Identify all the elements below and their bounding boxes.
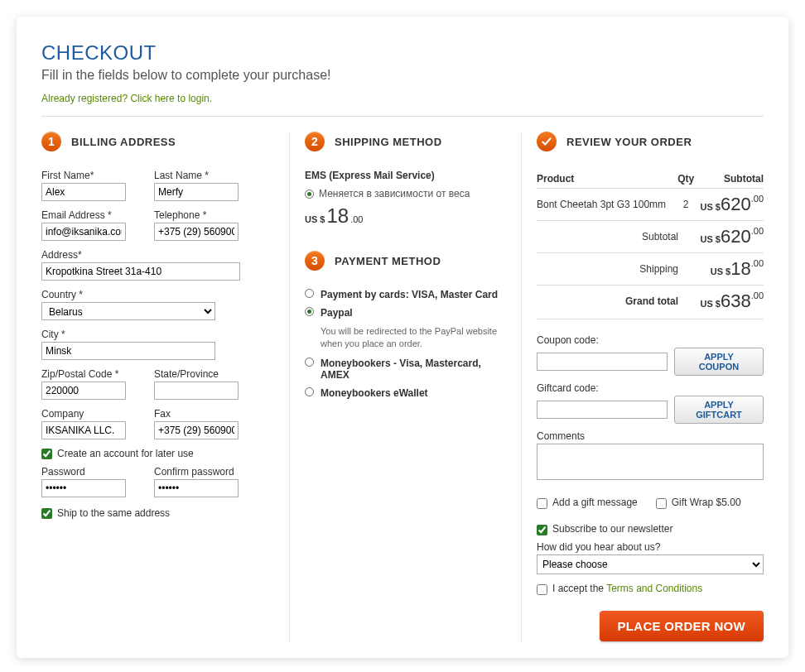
country-select[interactable]: Belarus — [41, 302, 215, 320]
ship-same-checkbox[interactable] — [41, 508, 52, 519]
first-name-label: First Name* — [41, 170, 126, 181]
city-input[interactable] — [41, 342, 215, 360]
create-account-checkbox[interactable] — [41, 449, 52, 459]
email-input[interactable] — [41, 223, 126, 241]
billing-title: BILLING ADDRESS — [71, 136, 176, 148]
apply-giftcard-button[interactable]: APPLY GIFTCART — [674, 396, 764, 424]
subtotal-main: 620 — [721, 226, 751, 247]
address-input[interactable] — [41, 262, 240, 281]
hear-label: How did you hear about us? — [537, 541, 764, 553]
review-title: REVIEW YOUR ORDER — [566, 136, 692, 148]
company-input[interactable] — [41, 421, 126, 439]
payment-label-mb1: Moneybookers - Visa, Mastercard, AMEX — [321, 358, 506, 381]
payment-title: PAYMENT METHOD — [335, 255, 441, 267]
gift-message-label: Add a gift message — [552, 497, 638, 508]
payment-label-mb2: Moneybookers eWallet — [321, 387, 428, 399]
apply-coupon-button[interactable]: APPLY COUPON — [674, 348, 764, 376]
grand-label: Grand total — [537, 286, 695, 318]
state-input[interactable] — [154, 382, 239, 400]
subtotal-cents: .00 — [751, 226, 764, 236]
address-label: Address* — [41, 249, 274, 261]
shipping-radio[interactable] — [305, 190, 314, 199]
confirm-password-input[interactable] — [154, 479, 239, 497]
terms-link[interactable]: Terms and Conditions — [606, 583, 702, 594]
payment-radio-mb2[interactable] — [305, 387, 314, 396]
shipping-method-name: EMS (Express Mail Service) — [305, 170, 506, 181]
city-label: City * — [41, 329, 274, 340]
subtotal-label: Subtotal — [537, 221, 695, 253]
step-1-badge: 1 — [41, 132, 61, 151]
terms-label: I accept the Terms and Conditions — [552, 583, 702, 594]
th-product: Product — [537, 170, 677, 189]
confirm-password-label: Confirm password — [154, 466, 239, 478]
terms-checkbox[interactable] — [537, 584, 547, 595]
password-input[interactable] — [41, 479, 126, 497]
step-2-badge: 2 — [305, 132, 325, 151]
table-row: Bont Cheetah 3pt G3 100mm 2 US $620.00 — [537, 189, 764, 221]
step-check-badge — [537, 132, 557, 151]
password-label: Password — [41, 466, 126, 478]
grand-main: 638 — [721, 290, 751, 311]
page-title: CHECKOUT — [41, 41, 764, 65]
payment-desc-paypal: You will be redirected to the PayPal web… — [321, 325, 506, 351]
payment-label-paypal: Paypal — [321, 307, 353, 319]
newsletter-label: Subscribe to our newsletter — [552, 523, 672, 535]
shipping-price-cents: .00 — [350, 214, 363, 224]
shipping-title: SHIPPING METHOD — [335, 136, 442, 148]
item-name: Bont Cheetah 3pt G3 100mm — [537, 189, 677, 221]
th-subtotal: Subtotal — [695, 170, 764, 189]
login-link[interactable]: Already registered? Click here to login. — [41, 93, 764, 104]
shipping-sum-label: Shipping — [537, 253, 695, 286]
first-name-input[interactable] — [41, 183, 126, 201]
place-order-button[interactable]: PLACE ORDER NOW — [600, 611, 764, 641]
zip-label: Zip/Postal Code * — [41, 368, 126, 380]
payment-label-cards: Payment by cards: VISA, Master Card — [321, 289, 498, 300]
create-account-label: Create an account for later use — [57, 448, 194, 459]
company-label: Company — [41, 408, 126, 420]
state-label: State/Province — [154, 368, 239, 380]
shipping-price-main: 18 — [326, 204, 349, 228]
shipping-price-prefix: US $ — [305, 214, 325, 224]
country-label: Country * — [41, 289, 274, 300]
fax-label: Fax — [154, 408, 239, 420]
shipping-method-desc: Меняется в зависимости от веса — [319, 188, 470, 199]
coupon-input[interactable] — [537, 353, 668, 371]
ship-sum-cents: .00 — [751, 258, 764, 268]
phone-input[interactable] — [154, 223, 239, 241]
ship-sum-prefix: US $ — [711, 266, 730, 276]
zip-input[interactable] — [41, 382, 126, 400]
comments-label: Comments — [537, 430, 764, 442]
gift-wrap-checkbox[interactable] — [656, 498, 667, 509]
subtotal-prefix: US $ — [701, 234, 721, 244]
phone-label: Telephone * — [154, 209, 239, 221]
comments-textarea[interactable] — [537, 444, 764, 480]
th-qty: Qty — [677, 170, 695, 189]
grand-prefix: US $ — [701, 299, 721, 309]
giftcard-input[interactable] — [537, 401, 668, 419]
grand-cents: .00 — [751, 290, 764, 300]
item-sub-cents: .00 — [751, 194, 764, 204]
last-name-input[interactable] — [154, 183, 239, 201]
fax-input[interactable] — [154, 421, 239, 439]
giftcard-label: Giftcard code: — [537, 382, 764, 394]
step-3-badge: 3 — [305, 251, 325, 271]
hear-select[interactable]: Please choose — [537, 554, 764, 574]
divider — [537, 319, 764, 319]
item-qty: 2 — [677, 189, 695, 221]
coupon-label: Coupon code: — [537, 334, 764, 346]
email-label: Email Address * — [41, 209, 126, 221]
newsletter-checkbox[interactable] — [537, 525, 547, 535]
payment-radio-cards[interactable] — [305, 289, 314, 298]
item-sub-prefix: US $ — [701, 202, 721, 212]
check-icon — [541, 136, 552, 147]
order-table: Product Qty Subtotal Bont Cheetah 3pt G3… — [537, 170, 764, 317]
item-sub-main: 620 — [721, 194, 751, 214]
gift-wrap-label: Gift Wrap $5.00 — [672, 497, 741, 508]
divider — [41, 116, 764, 117]
gift-message-checkbox[interactable] — [537, 498, 547, 509]
ship-sum-main: 18 — [730, 258, 750, 279]
payment-radio-mb1[interactable] — [305, 358, 314, 367]
payment-radio-paypal[interactable] — [305, 307, 314, 316]
ship-same-label: Ship to the same address — [57, 507, 170, 519]
last-name-label: Last Name * — [154, 170, 239, 181]
